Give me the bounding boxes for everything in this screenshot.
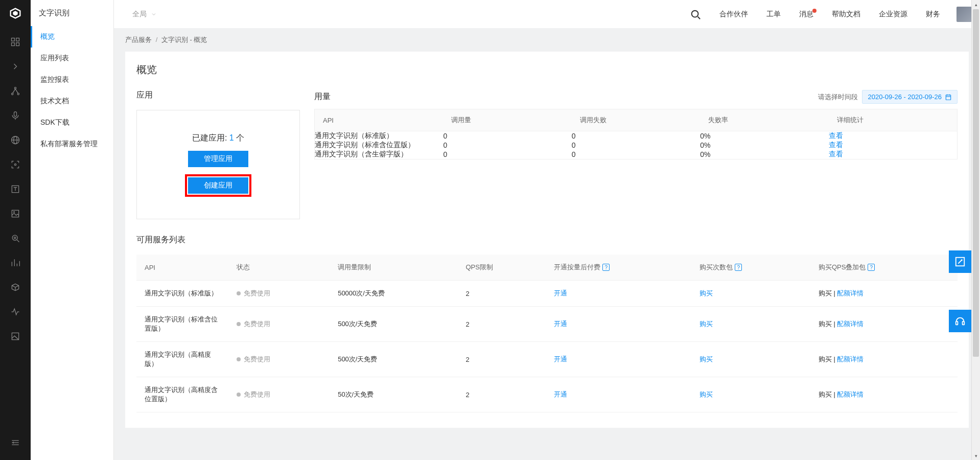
cell-rate: 0% — [700, 131, 828, 141]
open-link[interactable]: 开通 — [554, 390, 567, 398]
svg-line-8 — [15, 89, 18, 93]
topbar: 全局 合作伙伴 工单 消息 帮助文档 企业资源 财务 — [114, 0, 980, 28]
icon-rail — [0, 0, 31, 460]
sidebar-item-monitor[interactable]: 监控报表 — [31, 69, 113, 90]
svg-rect-42 — [963, 321, 965, 325]
svg-line-27 — [12, 286, 15, 287]
open-link[interactable]: 开通 — [554, 320, 567, 328]
sidebar: 文字识别 概览 应用列表 监控报表 技术文档 SDK下载 私有部署服务管理 — [31, 0, 114, 460]
rail-dashboard-icon[interactable] — [0, 30, 31, 54]
topbar-ticket[interactable]: 工单 — [764, 8, 783, 21]
svg-point-19 — [14, 212, 15, 213]
topbar-label: 消息 — [799, 10, 813, 19]
rail-nodes-icon[interactable] — [0, 79, 31, 103]
button-label: 管理应用 — [204, 154, 232, 164]
topbar-partner[interactable]: 合作伙伴 — [717, 8, 750, 21]
sidebar-item-docs[interactable]: 技术文档 — [31, 90, 113, 112]
svg-point-22 — [14, 237, 16, 239]
rail-image-icon[interactable] — [0, 201, 31, 226]
avatar[interactable] — [956, 7, 972, 22]
rail-mic-icon[interactable] — [0, 103, 31, 128]
topbar-finance[interactable]: 财务 — [924, 8, 942, 21]
topbar-enterprise[interactable]: 企业资源 — [877, 8, 909, 21]
help-icon[interactable]: ? — [868, 264, 875, 271]
cell-svc-buyqps: 购买 | 配额详情 — [810, 377, 958, 412]
detail-link[interactable]: 查看 — [829, 131, 843, 140]
svg-line-21 — [17, 240, 19, 242]
svg-point-6 — [17, 93, 19, 95]
edit-icon — [954, 256, 966, 267]
create-highlight: 创建应用 — [185, 174, 251, 197]
quota-detail-link[interactable]: 配额详情 — [837, 390, 864, 398]
sidebar-item-label: 技术文档 — [40, 97, 69, 106]
quota-detail-link[interactable]: 配额详情 — [837, 355, 864, 363]
buy-link[interactable]: 购买 — [699, 390, 713, 398]
manage-app-button[interactable]: 管理应用 — [188, 151, 248, 167]
open-link[interactable]: 开通 — [554, 355, 567, 363]
open-link[interactable]: 开通 — [554, 289, 567, 297]
detail-link[interactable]: 查看 — [829, 150, 843, 158]
cell-calls: 0 — [443, 141, 571, 150]
detail-link[interactable]: 查看 — [829, 141, 843, 149]
svg-rect-1 — [16, 38, 19, 41]
page-title: 概览 — [136, 63, 958, 77]
date-range-picker[interactable]: 2020-09-26 - 2020-09-26 — [862, 90, 958, 104]
cell-detail: 查看 — [829, 141, 957, 150]
rail-activity-icon[interactable] — [0, 300, 31, 324]
section-title-app: 应用 — [136, 90, 300, 101]
topbar-label: 工单 — [766, 10, 781, 19]
status-dot-icon — [237, 322, 241, 326]
sidebar-item-overview[interactable]: 概览 — [31, 26, 113, 48]
rail-scan-icon[interactable] — [0, 152, 31, 177]
buy-link[interactable]: 购买 — [699, 355, 713, 363]
cell-svc-status: 免费使用 — [228, 307, 330, 342]
quota-detail-link[interactable]: 配额详情 — [837, 320, 864, 328]
topbar-label: 帮助文档 — [832, 10, 860, 19]
col-detail: 详细统计 — [829, 109, 957, 131]
calendar-icon — [945, 94, 952, 101]
cell-svc-status: 免费使用 — [228, 281, 330, 307]
content-panel: 概览 应用 已建应用: 1 个 管理应用 创建应用 — [125, 52, 969, 428]
topbar-help[interactable]: 帮助文档 — [830, 8, 862, 21]
rail-collapse-icon[interactable] — [0, 430, 31, 455]
table-row: 通用文字识别（高精度含位置版）免费使用50次/天免费2开通购买购买 | 配额详情 — [136, 377, 958, 412]
topbar-label: 合作伙伴 — [719, 10, 748, 19]
col-calls: 调用量 — [443, 109, 571, 131]
quota-detail-link[interactable]: 配额详情 — [837, 289, 864, 297]
float-edit-button[interactable] — [949, 250, 971, 273]
topbar-search[interactable] — [688, 7, 703, 22]
help-icon[interactable]: ? — [735, 264, 742, 271]
sidebar-item-label: 监控报表 — [40, 75, 69, 84]
scope-selector[interactable]: 全局 — [127, 7, 162, 22]
table-row: 通用文字识别（含生僻字版）000%查看 — [315, 150, 957, 159]
buy-link[interactable]: 购买 — [699, 320, 713, 328]
cell-svc-buycount: 购买 — [691, 281, 810, 307]
window-scrollbar[interactable]: ▴ ▾ — [971, 0, 980, 460]
app-count-suffix: 个 — [234, 133, 244, 142]
cell-svc-buyqps: 购买 | 配额详情 — [810, 281, 958, 307]
rail-chevron-right-icon[interactable] — [0, 54, 31, 79]
sidebar-item-sdk[interactable]: SDK下载 — [31, 112, 113, 133]
sidebar-item-label: 私有部署服务管理 — [40, 140, 98, 149]
float-support-button[interactable] — [949, 310, 971, 332]
help-icon[interactable]: ? — [602, 264, 610, 271]
cell-svc-buycount: 购买 — [691, 307, 810, 342]
usage-table-body[interactable]: 通用文字识别（标准版）000%查看通用文字识别（标准含位置版）000%查看通用文… — [315, 131, 957, 159]
rail-cube-icon[interactable] — [0, 275, 31, 300]
rail-chart-icon[interactable] — [0, 250, 31, 275]
breadcrumb-root[interactable]: 产品服务 — [125, 36, 152, 43]
create-app-button[interactable]: 创建应用 — [188, 177, 248, 194]
cell-svc-api: 通用文字识别（高精度含位置版） — [136, 377, 228, 412]
rail-text-icon[interactable] — [0, 177, 31, 201]
sidebar-item-apps[interactable]: 应用列表 — [31, 48, 113, 69]
breadcrumb: 产品服务 / 文字识别 - 概览 — [114, 28, 980, 52]
sidebar-item-private-deploy[interactable]: 私有部署服务管理 — [31, 133, 113, 155]
col-svc-api: API — [136, 255, 228, 281]
cell-rate: 0% — [700, 141, 828, 150]
buy-link[interactable]: 购买 — [699, 289, 713, 297]
topbar-message[interactable]: 消息 — [797, 8, 815, 21]
rail-globe-icon[interactable] — [0, 128, 31, 152]
rail-picture-icon[interactable] — [0, 324, 31, 349]
rail-search-icon[interactable] — [0, 226, 31, 250]
cell-fail: 0 — [572, 141, 700, 150]
